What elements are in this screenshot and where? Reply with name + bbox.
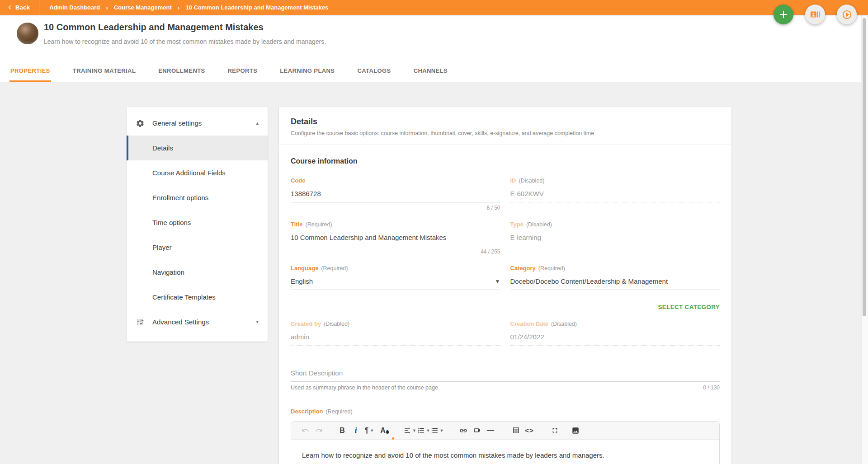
italic-icon[interactable]: i [349, 422, 363, 440]
title-char-counter: 44 / 255 [291, 248, 500, 255]
gear-icon [136, 118, 146, 128]
sidebar-item-label: Course Additional Fields [152, 169, 259, 177]
sidebar-item-navigation[interactable]: Navigation [127, 260, 268, 285]
title-field: Title(Required) 10 Common Leadership and… [291, 220, 500, 255]
horizontal-line-icon[interactable]: — [484, 422, 497, 440]
short-description-field: Short Description Used as summary phrase… [291, 369, 720, 391]
id-disabled-flag: (Disabled) [519, 178, 545, 184]
type-disabled-flag: (Disabled) [526, 221, 552, 228]
sidebar-group-general-settings[interactable]: General settings ▴ [127, 111, 268, 136]
panel-subtitle: Configure the course basic options: cour… [291, 130, 720, 136]
category-field: Category(Required) Docebo/Docebo Content… [510, 264, 720, 310]
sidebar-item-label: Details [152, 144, 259, 152]
id-field: ID(Disabled) E-602KWV [510, 176, 720, 211]
course-tabs: PROPERTIES TRAINING MATERIAL ENROLLMENTS… [9, 67, 448, 82]
align-icon[interactable]: ▼ [403, 422, 417, 440]
unordered-list-icon[interactable]: ▼ [430, 422, 444, 440]
code-char-counter: 8 / 50 [291, 205, 500, 211]
creation-date-field: Creation Date(Disabled) 01/24/2022 [510, 319, 720, 346]
tab-catalogs[interactable]: CATALOGS [356, 67, 392, 82]
caret-down-icon: ▼ [370, 428, 374, 433]
fullscreen-icon[interactable] [548, 422, 561, 440]
insert-image-icon[interactable] [569, 422, 582, 440]
title-input[interactable]: 10 Common Leadership and Management Mist… [291, 234, 500, 246]
add-button[interactable] [774, 5, 793, 24]
short-description-char-counter: 0 / 130 [703, 384, 720, 391]
undo-icon[interactable] [298, 422, 312, 440]
code-label: Code [291, 177, 306, 184]
created-by-field: Created by(Disabled) admin [291, 319, 500, 346]
language-field: Language(Required) English ▼ [291, 264, 500, 310]
sidebar-item-course-additional-fields[interactable]: Course Additional Fields [127, 160, 268, 185]
breadcrumb: Admin Dashboard › Course Management › 10… [49, 4, 328, 11]
chevron-down-icon: ▾ [256, 319, 259, 325]
insert-link-icon[interactable] [457, 422, 470, 440]
chevron-up-icon: ▴ [256, 120, 259, 126]
tab-enrollments[interactable]: ENROLLMENTS [157, 67, 206, 82]
sidebar-item-details[interactable]: Details [127, 136, 268, 160]
select-category-button[interactable]: SELECT CATEGORY [510, 304, 720, 310]
back-label: Back [15, 4, 30, 11]
redo-icon[interactable] [312, 422, 326, 440]
description-editor-content[interactable]: Learn how to recognize and avoid 10 of t… [291, 440, 719, 464]
creation-date-disabled-flag: (Disabled) [551, 321, 577, 327]
id-label: ID [510, 177, 516, 184]
code-input[interactable]: 13886728 [291, 190, 500, 202]
plus-icon [778, 9, 788, 19]
sidebar-group-advanced-settings[interactable]: Advanced Settings ▾ [127, 309, 268, 334]
tab-reports[interactable]: REPORTS [227, 67, 259, 82]
breadcrumb-admin-dashboard[interactable]: Admin Dashboard [49, 4, 100, 11]
title-required-flag: (Required) [306, 221, 332, 228]
category-required-flag: (Required) [538, 265, 565, 272]
language-select[interactable]: English ▼ [291, 277, 500, 290]
editor-toolbar: B i ¶▼ A ▼ ▼ ▼ — <> [291, 422, 719, 440]
insert-video-icon[interactable] [470, 422, 484, 440]
sidebar-group-label: Advanced Settings [152, 318, 256, 326]
sidebar-item-enrollment-options[interactable]: Enrollment options [127, 185, 268, 210]
id-input: E-602KWV [510, 190, 720, 202]
panel-header: Details Configure the course basic optio… [279, 107, 731, 145]
enrollments-quick-button[interactable] [805, 5, 825, 24]
sidebar-item-label: Navigation [152, 268, 259, 276]
short-description-input[interactable]: Short Description [291, 369, 720, 382]
breadcrumb-course-management[interactable]: Course Management [114, 4, 172, 11]
code-view-icon[interactable]: <> [523, 422, 536, 440]
ordered-list-icon[interactable]: ▼ [417, 422, 430, 440]
language-required-flag: (Required) [321, 265, 348, 272]
back-button[interactable]: Back [0, 0, 39, 15]
tab-channels[interactable]: CHANNELS [413, 67, 448, 82]
paragraph-format-icon[interactable]: ¶▼ [363, 422, 376, 440]
page-title: 10 Common Leadership and Management Mist… [44, 22, 264, 33]
type-field: Type(Disabled) E-learning [510, 220, 720, 255]
created-by-disabled-flag: (Disabled) [324, 321, 349, 327]
color-dot [392, 437, 394, 440]
rich-text-editor: B i ¶▼ A ▼ ▼ ▼ — <> Learn how to recogni… [291, 421, 720, 464]
title-label: Title [291, 221, 303, 228]
tab-learning-plans[interactable]: LEARNING PLANS [279, 67, 335, 82]
contact-card-icon [810, 9, 820, 19]
sidebar-item-label: Time options [152, 219, 259, 226]
sidebar-item-label: Certificate Templates [152, 293, 259, 301]
caret-down-icon: ▼ [440, 428, 444, 433]
play-circle-icon [842, 9, 852, 20]
bold-icon[interactable]: B [335, 422, 349, 440]
sidebar-item-time-options[interactable]: Time options [127, 210, 268, 235]
text-color-icon[interactable]: A [376, 422, 390, 440]
code-field: Code 13886728 8 / 50 [291, 176, 500, 211]
panel-title: Details [291, 117, 720, 127]
page-header: 10 Common Leadership and Management Mist… [0, 15, 868, 82]
created-by-label: Created by [291, 320, 321, 327]
tab-properties[interactable]: PROPERTIES [9, 67, 51, 82]
chevron-right-icon: › [106, 4, 108, 11]
description-required-flag: (Required) [326, 408, 353, 415]
sidebar-item-certificate-templates[interactable]: Certificate Templates [127, 285, 268, 309]
short-description-helper: Used as summary phrase in the header of … [291, 384, 438, 391]
preview-course-button[interactable] [837, 5, 857, 24]
sidebar-item-player[interactable]: Player [127, 235, 268, 260]
scrollbar-thumb[interactable] [863, 18, 866, 316]
created-by-input: admin [291, 333, 500, 346]
insert-table-icon[interactable] [509, 422, 523, 440]
tab-training-material[interactable]: TRAINING MATERIAL [72, 67, 137, 82]
section-title-course-information: Course information [291, 157, 720, 165]
category-input[interactable]: Docebo/Docebo Content/Leadership & Manag… [510, 277, 720, 290]
